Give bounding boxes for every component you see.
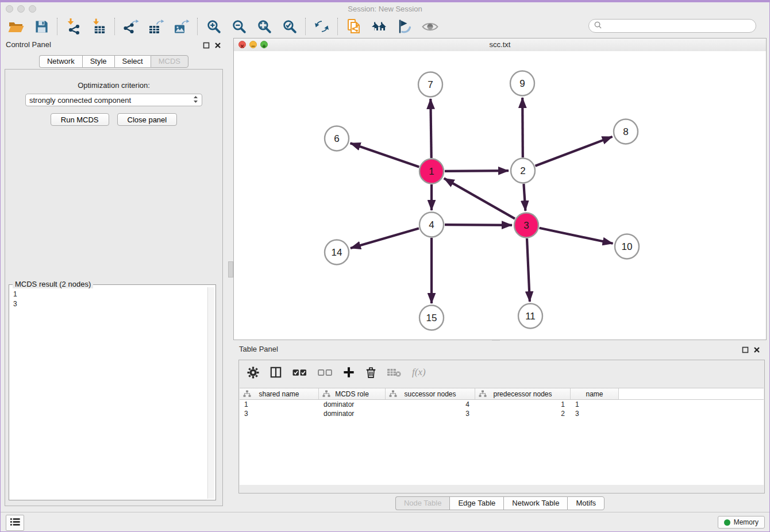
table-cell[interactable]: dominator: [319, 400, 386, 409]
optimization-criterion-select[interactable]: strongly connected component: [25, 94, 202, 106]
edge-3-11[interactable]: [527, 238, 530, 302]
zoom-out-icon[interactable]: [226, 17, 252, 36]
graph-node-10[interactable]: 10: [615, 234, 639, 259]
home-icon[interactable]: [367, 17, 392, 36]
zoom-fit-icon[interactable]: [252, 17, 277, 36]
graph-node-3[interactable]: 3: [514, 213, 538, 238]
edge-3-1[interactable]: [444, 178, 515, 218]
tree-icon: [243, 390, 251, 399]
edge-1-6[interactable]: [351, 143, 419, 167]
table-cell[interactable]: 1: [571, 400, 619, 409]
result-scrollbar[interactable]: [207, 287, 214, 499]
table-cell[interactable]: 2: [475, 409, 571, 418]
eye-icon[interactable]: [417, 17, 442, 36]
column-header-successor-nodes[interactable]: successor nodes: [386, 388, 475, 399]
open-folder-icon[interactable]: [3, 17, 29, 36]
add-column-plus-icon[interactable]: [343, 367, 355, 378]
control-panel-header: Control Panel: [0, 38, 228, 52]
edge-3-10[interactable]: [540, 228, 613, 244]
import-table-icon[interactable]: [86, 17, 111, 36]
edge-4-14[interactable]: [351, 228, 419, 248]
tab-network[interactable]: Network: [39, 55, 82, 68]
tab-mcds[interactable]: MCDS: [151, 55, 188, 68]
network-canvas[interactable]: 7968124314101511: [234, 51, 766, 340]
graph-node-14[interactable]: 14: [325, 240, 349, 265]
edge-2-9[interactable]: [522, 98, 523, 157]
toolbar-separator: [197, 18, 198, 35]
tab-style[interactable]: Style: [82, 55, 114, 68]
delete-trash-icon[interactable]: [365, 367, 376, 379]
select-all-checkboxes-icon[interactable]: [292, 369, 307, 376]
export-table-icon[interactable]: [144, 17, 169, 36]
refresh-layout-icon[interactable]: [309, 17, 334, 36]
zoom-in-icon[interactable]: [201, 17, 226, 36]
deselect-all-checkboxes-icon[interactable]: [318, 369, 332, 376]
edge-1-2[interactable]: [445, 171, 509, 171]
edge-2-8[interactable]: [536, 137, 613, 166]
table-cell[interactable]: 3: [386, 409, 475, 418]
graphics-details-icon[interactable]: [392, 17, 417, 36]
table-settings-gear-icon[interactable]: [247, 367, 259, 379]
tab-node-table[interactable]: Node Table: [395, 496, 450, 510]
table-row[interactable]: 1dominator411: [240, 400, 764, 409]
close-table-panel-icon[interactable]: [753, 345, 761, 353]
search-field[interactable]: [605, 21, 751, 30]
table-panel-box: f(x) shared nameMCDS rolesuccessor nodes…: [238, 360, 765, 494]
toolbar-separator: [337, 18, 338, 35]
close-panel-button[interactable]: Close panel: [117, 113, 178, 126]
tab-edge-table[interactable]: Edge Table: [449, 496, 503, 510]
edge-4-3[interactable]: [445, 225, 512, 225]
float-panel-icon[interactable]: [203, 41, 210, 48]
svg-text:3: 3: [523, 220, 529, 231]
svg-text:9: 9: [519, 78, 525, 89]
table-panel-header: Table Panel: [233, 342, 767, 356]
control-panel: Control Panel NetworkStyleSelectMCDS Opt…: [0, 38, 228, 507]
graph-node-7[interactable]: 7: [418, 72, 442, 97]
graph-node-8[interactable]: 8: [614, 119, 638, 144]
close-panel-icon[interactable]: [214, 41, 222, 48]
edge-2-3[interactable]: [523, 184, 525, 211]
table-cell[interactable]: dominator: [319, 409, 386, 418]
float-table-panel-icon[interactable]: [742, 345, 749, 353]
table-toolbar: f(x): [239, 360, 764, 384]
export-image-icon[interactable]: [169, 17, 194, 36]
column-header-name[interactable]: name: [571, 388, 619, 399]
toolbar-separator: [114, 18, 116, 35]
column-header-shared-name[interactable]: shared name: [240, 388, 319, 399]
run-mcds-button[interactable]: Run MCDS: [51, 113, 109, 126]
zoom-selected-icon[interactable]: [277, 17, 302, 36]
table-cell[interactable]: 1: [475, 400, 571, 409]
graph-node-6[interactable]: 6: [325, 126, 349, 151]
memory-button[interactable]: Memory: [718, 516, 765, 529]
tab-motifs[interactable]: Motifs: [567, 496, 605, 510]
task-history-button[interactable]: [6, 515, 24, 531]
export-network-icon[interactable]: [118, 17, 144, 36]
graph-node-1[interactable]: 1: [419, 159, 444, 184]
search-input[interactable]: [588, 19, 756, 33]
table-cell[interactable]: 3: [571, 409, 619, 418]
column-header-MCDS-role[interactable]: MCDS role: [319, 388, 386, 399]
column-selector-icon[interactable]: [270, 367, 282, 378]
table-panel-tabs: Node TableEdge TableNetwork TableMotifs: [233, 496, 767, 510]
graph-node-2[interactable]: 2: [511, 159, 535, 183]
table-cell[interactable]: 3: [240, 409, 319, 418]
vertical-split-handle[interactable]: [228, 261, 233, 277]
table-cell[interactable]: 1: [240, 400, 319, 409]
duplicate-network-icon[interactable]: [341, 17, 367, 36]
table-cell[interactable]: 4: [386, 400, 475, 409]
column-header-predecessor-nodes[interactable]: predecessor nodes: [475, 388, 571, 399]
graph-node-9[interactable]: 9: [510, 71, 534, 96]
tab-select[interactable]: Select: [114, 55, 151, 68]
network-window-titlebar[interactable]: scc.txt: [234, 38, 766, 52]
svg-text:15: 15: [426, 313, 437, 323]
network-graph[interactable]: 7968124314101511: [234, 51, 766, 340]
table-panel-title: Table Panel: [239, 345, 278, 353]
import-network-icon[interactable]: [61, 17, 86, 36]
table-row[interactable]: 3dominator323: [240, 409, 764, 418]
graph-node-4[interactable]: 4: [419, 213, 444, 237]
save-icon[interactable]: [29, 17, 54, 36]
tab-network-table[interactable]: Network Table: [503, 496, 567, 510]
graph-node-15[interactable]: 15: [419, 306, 444, 330]
graph-node-11[interactable]: 11: [518, 304, 542, 329]
edge-1-7[interactable]: [430, 99, 431, 158]
